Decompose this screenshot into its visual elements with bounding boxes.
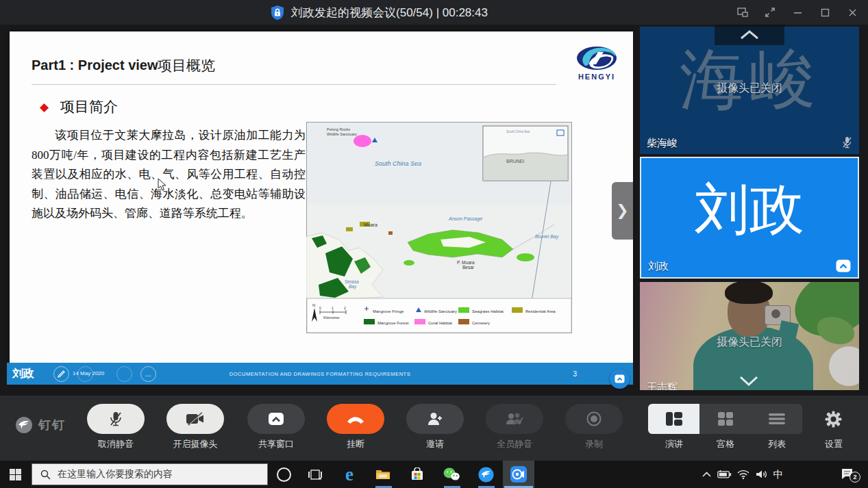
dingtalk-app-icon [478,467,494,483]
camera-off-status: 摄像头已关闭 [640,81,859,96]
wifi-icon [737,470,749,479]
cortana-button[interactable] [269,461,299,488]
settings-label: 设置 [793,438,868,450]
invite-label: 邀请 [394,438,476,450]
invite-button[interactable] [406,404,464,434]
legend-label: Wildlife Sanctuary [424,309,457,313]
map-label-pelong-2: Wildlife Sanctuary [327,132,357,136]
mute-all-button[interactable] [486,404,543,434]
edge-browser-button[interactable]: e [334,461,364,488]
map-label-anson-passage: Anson Passage [448,216,482,222]
fullscreen-icon[interactable] [762,5,778,20]
map-legend: N 0 1 2 Kilometres Mangrove Fringe Wildl… [307,298,571,333]
minimize-icon[interactable] [790,5,805,20]
participant-tile-wangzhihui[interactable]: 摄像头已关闭 王志辉 [640,282,859,390]
scale-tick: 0 [319,306,321,310]
task-view-button[interactable] [300,461,330,488]
close-icon[interactable] [845,5,860,20]
file-explorer-button[interactable] [368,461,398,488]
mute-all-icon [505,411,524,426]
share-indicator-button[interactable] [610,369,630,389]
invite-person-icon [427,411,443,426]
screen-sharing-icon [836,259,851,272]
titlebar: 刘政发起的视频会议(50/54) | 00:28:43 [0,0,868,25]
participant-tile-chaihaijun[interactable]: 海峻 摄像头已关闭 柴海峻 [640,27,859,154]
map-label-brunei-bay: Brunei Bay [535,234,559,240]
windows-taskbar: 在这里输入你要搜索的内容 e [0,461,868,488]
view-list-button[interactable] [751,404,802,434]
hengyi-logo-text: HENGYI [573,73,621,81]
map-label-p-muara-2: Besar [462,265,475,270]
share-window-icon [268,412,284,426]
taskbar-search-box[interactable]: 在这里输入你要搜索的内容 [32,463,268,485]
speaker-view-icon [665,411,683,426]
record-icon [586,411,602,427]
map-label-south-china-sea: South China Sea [375,160,421,167]
start-button[interactable] [0,461,30,488]
share-window-button[interactable] [247,404,305,434]
unmute-button[interactable] [87,404,145,434]
slide-title-en: Part1 : Project view [32,57,158,73]
scroll-up-icon [735,29,764,41]
legend-label: Residential Area [525,309,556,313]
participant-name: 柴海峻 [647,137,678,150]
folder-icon [375,468,390,480]
mic-slash-icon [109,411,123,427]
mic-muted-icon [842,136,852,149]
scroll-up-button[interactable] [715,25,784,45]
camera-on-label: 开启摄像头 [154,438,236,450]
share-window-label: 共享窗口 [235,438,317,450]
view-grid-button[interactable] [699,404,751,434]
unmute-label: 取消静音 [75,438,157,450]
record-label: 录制 [553,438,635,450]
slide-body-text: 该项目位于文莱大摩拉岛，设计原油加工能力为800万吨/年，项目建设的工程内容包括… [32,126,306,224]
bullet-diamond-icon: ◆ [40,100,49,114]
pip-mode-icon[interactable] [735,5,750,20]
participant-name: 刘政 [648,260,669,273]
participant-tile-liuzheng[interactable]: 刘政 刘政 [640,157,859,279]
participant-watermark: 海峻 [640,36,859,125]
map-label-muara: Muara [364,222,377,227]
list-view-icon [768,413,786,425]
scale-tick: 1 [332,306,334,310]
shared-slide: Part1 : Project view 项目概览 ◆ 项目简介 该项目位于文莱… [10,31,633,363]
dingtalk-logo-text: 钉钉 [38,417,66,433]
notification-badge: 2 [850,472,860,483]
search-placeholder-text: 在这里输入你要搜索的内容 [58,468,173,480]
record-button[interactable] [565,404,623,434]
action-center-button[interactable]: 2 [834,461,862,488]
maximize-icon[interactable] [817,5,832,20]
scroll-down-icon[interactable] [729,374,769,389]
map-inset-sea-label: South China Sea [506,130,530,133]
scale-unit: Kilometres [323,316,340,320]
hengyi-logo: HENGYI [573,45,621,81]
slide-title-divider [32,84,556,85]
wechat-button[interactable] [436,461,467,488]
presentation-footer: 刘政 14 May 2020 … DOCUMENTATION AND DRAWI… [7,363,633,385]
hangup-label: 挂断 [314,438,397,450]
mute-all-label: 全员静音 [473,438,556,450]
next-slide-button[interactable]: ❯ [612,182,633,240]
hangup-button[interactable] [327,404,384,434]
secure-lock-icon [271,5,284,21]
view-speaker-button[interactable] [648,404,699,434]
hangup-phone-icon [346,415,365,424]
meeting-title: 刘政发起的视频会议(50/54) | 00:28:43 [291,5,488,21]
settings-button[interactable] [825,411,843,428]
windows-logo-icon [10,469,21,480]
ime-indicator[interactable]: 中 [769,461,788,488]
meeting-toolbar: 钉钉 取消静音 开启摄像头 [0,396,868,461]
battery-status-icon[interactable] [714,461,734,488]
wechat-icon [443,467,460,481]
legend-label: Coral Habitat [428,321,452,325]
meeting-app-button[interactable] [503,461,534,488]
dingtalk-logo: 钉钉 [15,416,66,434]
slide-title-zh: 项目概览 [158,56,215,75]
grid-view-icon [717,411,734,426]
ms-store-button[interactable] [402,461,432,488]
cortana-icon [277,467,291,482]
camera-on-button[interactable] [166,404,224,434]
map-label-serasa-2: Bay [349,284,357,290]
dingtalk-app-button[interactable] [471,461,501,488]
chevron-up-icon [702,472,711,477]
